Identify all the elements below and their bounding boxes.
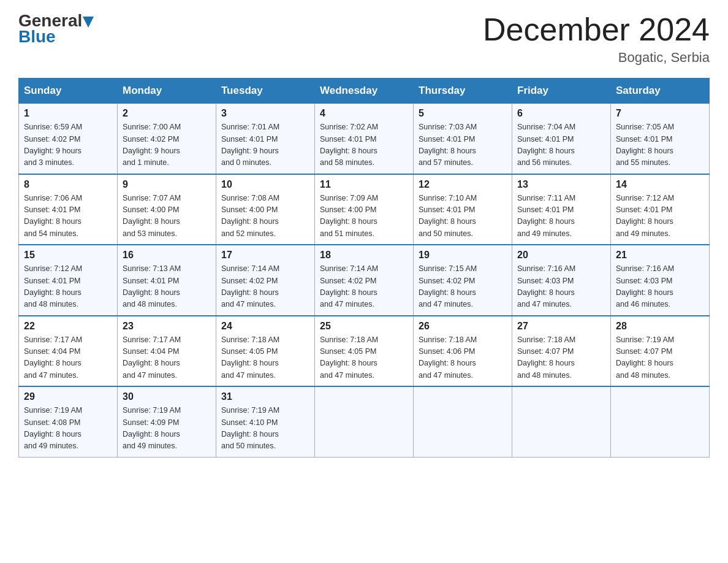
calendar-day-cell: 11 Sunrise: 7:09 AM Sunset: 4:00 PM Dayl… — [315, 174, 414, 245]
calendar-day-cell: 5 Sunrise: 7:03 AM Sunset: 4:01 PM Dayli… — [414, 104, 512, 174]
calendar-week-row: 1 Sunrise: 6:59 AM Sunset: 4:02 PM Dayli… — [19, 104, 710, 174]
calendar-day-cell: 29 Sunrise: 7:19 AM Sunset: 4:08 PM Dayl… — [19, 386, 118, 457]
day-info: Sunrise: 7:18 AM Sunset: 4:06 PM Dayligh… — [419, 334, 507, 382]
calendar-day-cell: 31 Sunrise: 7:19 AM Sunset: 4:10 PM Dayl… — [216, 386, 315, 457]
calendar-day-cell: 10 Sunrise: 7:08 AM Sunset: 4:00 PM Dayl… — [216, 174, 315, 245]
day-number: 13 — [517, 179, 605, 190]
day-info: Sunrise: 7:04 AM Sunset: 4:01 PM Dayligh… — [517, 121, 605, 169]
day-info: Sunrise: 7:18 AM Sunset: 4:05 PM Dayligh… — [320, 334, 408, 382]
day-number: 4 — [320, 108, 408, 119]
day-number: 8 — [24, 179, 112, 190]
day-info: Sunrise: 7:00 AM Sunset: 4:02 PM Dayligh… — [123, 121, 211, 169]
logo: General Blue — [18, 12, 94, 47]
day-number: 30 — [123, 391, 211, 402]
calendar-day-cell: 23 Sunrise: 7:17 AM Sunset: 4:04 PM Dayl… — [118, 316, 216, 387]
day-number: 27 — [517, 321, 605, 332]
day-number: 15 — [24, 250, 112, 261]
calendar-day-cell: 25 Sunrise: 7:18 AM Sunset: 4:05 PM Dayl… — [315, 316, 414, 387]
calendar-day-cell: 17 Sunrise: 7:14 AM Sunset: 4:02 PM Dayl… — [216, 245, 315, 316]
calendar-day-cell: 19 Sunrise: 7:15 AM Sunset: 4:02 PM Dayl… — [414, 245, 512, 316]
col-sunday: Sunday — [19, 79, 118, 104]
calendar-day-cell: 30 Sunrise: 7:19 AM Sunset: 4:09 PM Dayl… — [118, 386, 216, 457]
calendar-day-cell: 12 Sunrise: 7:10 AM Sunset: 4:01 PM Dayl… — [414, 174, 512, 245]
day-number: 22 — [24, 321, 112, 332]
calendar-day-cell — [512, 386, 611, 457]
calendar-day-cell: 16 Sunrise: 7:13 AM Sunset: 4:01 PM Dayl… — [118, 245, 216, 316]
col-thursday: Thursday — [414, 79, 512, 104]
day-info: Sunrise: 7:02 AM Sunset: 4:01 PM Dayligh… — [320, 121, 408, 169]
day-info: Sunrise: 7:11 AM Sunset: 4:01 PM Dayligh… — [517, 193, 605, 240]
day-number: 16 — [123, 250, 211, 261]
day-number: 17 — [221, 250, 309, 261]
calendar-day-cell: 22 Sunrise: 7:17 AM Sunset: 4:04 PM Dayl… — [19, 316, 118, 387]
logo-arrow-icon — [83, 17, 94, 28]
svg-marker-0 — [83, 17, 94, 28]
location: Bogatic, Serbia — [483, 50, 710, 66]
day-info: Sunrise: 7:01 AM Sunset: 4:01 PM Dayligh… — [221, 121, 309, 169]
day-info: Sunrise: 7:09 AM Sunset: 4:00 PM Dayligh… — [320, 193, 408, 240]
col-friday: Friday — [512, 79, 611, 104]
day-info: Sunrise: 7:16 AM Sunset: 4:03 PM Dayligh… — [616, 263, 704, 311]
day-info: Sunrise: 7:17 AM Sunset: 4:04 PM Dayligh… — [24, 334, 112, 382]
day-number: 5 — [419, 108, 507, 119]
day-info: Sunrise: 7:19 AM Sunset: 4:10 PM Dayligh… — [221, 405, 309, 453]
calendar-week-row: 8 Sunrise: 7:06 AM Sunset: 4:01 PM Dayli… — [19, 174, 710, 245]
day-number: 23 — [123, 321, 211, 332]
day-info: Sunrise: 7:18 AM Sunset: 4:05 PM Dayligh… — [221, 334, 309, 382]
day-number: 12 — [419, 179, 507, 190]
calendar-day-cell: 14 Sunrise: 7:12 AM Sunset: 4:01 PM Dayl… — [611, 174, 710, 245]
page-header: General Blue December 2024 Bogatic, Serb… — [18, 12, 710, 66]
day-number: 31 — [221, 391, 309, 402]
day-number: 7 — [616, 108, 704, 119]
day-number: 9 — [123, 179, 211, 190]
calendar-header-row: Sunday Monday Tuesday Wednesday Thursday… — [19, 79, 710, 104]
calendar-day-cell: 6 Sunrise: 7:04 AM Sunset: 4:01 PM Dayli… — [512, 104, 611, 174]
logo-blue: Blue — [18, 27, 56, 47]
calendar-week-row: 22 Sunrise: 7:17 AM Sunset: 4:04 PM Dayl… — [19, 316, 710, 387]
day-info: Sunrise: 7:06 AM Sunset: 4:01 PM Dayligh… — [24, 193, 112, 240]
day-info: Sunrise: 7:17 AM Sunset: 4:04 PM Dayligh… — [123, 334, 211, 382]
day-number: 21 — [616, 250, 704, 261]
day-number: 1 — [24, 108, 112, 119]
day-info: Sunrise: 7:12 AM Sunset: 4:01 PM Dayligh… — [616, 193, 704, 240]
day-info: Sunrise: 7:07 AM Sunset: 4:00 PM Dayligh… — [123, 193, 211, 240]
calendar-week-row: 15 Sunrise: 7:12 AM Sunset: 4:01 PM Dayl… — [19, 245, 710, 316]
day-number: 25 — [320, 321, 408, 332]
day-number: 18 — [320, 250, 408, 261]
day-info: Sunrise: 7:19 AM Sunset: 4:07 PM Dayligh… — [616, 334, 704, 382]
day-info: Sunrise: 7:19 AM Sunset: 4:09 PM Dayligh… — [123, 405, 211, 453]
col-wednesday: Wednesday — [315, 79, 414, 104]
day-info: Sunrise: 7:16 AM Sunset: 4:03 PM Dayligh… — [517, 263, 605, 311]
calendar-day-cell: 15 Sunrise: 7:12 AM Sunset: 4:01 PM Dayl… — [19, 245, 118, 316]
day-number: 14 — [616, 179, 704, 190]
calendar-day-cell: 2 Sunrise: 7:00 AM Sunset: 4:02 PM Dayli… — [118, 104, 216, 174]
calendar-day-cell: 26 Sunrise: 7:18 AM Sunset: 4:06 PM Dayl… — [414, 316, 512, 387]
day-info: Sunrise: 7:19 AM Sunset: 4:08 PM Dayligh… — [24, 405, 112, 453]
day-info: Sunrise: 7:05 AM Sunset: 4:01 PM Dayligh… — [616, 121, 704, 169]
calendar-day-cell: 8 Sunrise: 7:06 AM Sunset: 4:01 PM Dayli… — [19, 174, 118, 245]
day-info: Sunrise: 7:10 AM Sunset: 4:01 PM Dayligh… — [419, 193, 507, 240]
col-saturday: Saturday — [611, 79, 710, 104]
calendar-day-cell — [611, 386, 710, 457]
day-number: 6 — [517, 108, 605, 119]
title-block: December 2024 Bogatic, Serbia — [483, 12, 710, 66]
day-info: Sunrise: 7:03 AM Sunset: 4:01 PM Dayligh… — [419, 121, 507, 169]
calendar-day-cell: 28 Sunrise: 7:19 AM Sunset: 4:07 PM Dayl… — [611, 316, 710, 387]
day-number: 19 — [419, 250, 507, 261]
calendar-day-cell: 21 Sunrise: 7:16 AM Sunset: 4:03 PM Dayl… — [611, 245, 710, 316]
calendar-day-cell: 20 Sunrise: 7:16 AM Sunset: 4:03 PM Dayl… — [512, 245, 611, 316]
day-number: 28 — [616, 321, 704, 332]
calendar-day-cell: 9 Sunrise: 7:07 AM Sunset: 4:00 PM Dayli… — [118, 174, 216, 245]
month-title: December 2024 — [483, 12, 710, 47]
day-number: 24 — [221, 321, 309, 332]
day-info: Sunrise: 7:18 AM Sunset: 4:07 PM Dayligh… — [517, 334, 605, 382]
day-info: Sunrise: 7:14 AM Sunset: 4:02 PM Dayligh… — [320, 263, 408, 311]
day-info: Sunrise: 7:08 AM Sunset: 4:00 PM Dayligh… — [221, 193, 309, 240]
calendar-day-cell: 7 Sunrise: 7:05 AM Sunset: 4:01 PM Dayli… — [611, 104, 710, 174]
calendar-day-cell: 24 Sunrise: 7:18 AM Sunset: 4:05 PM Dayl… — [216, 316, 315, 387]
calendar-day-cell: 13 Sunrise: 7:11 AM Sunset: 4:01 PM Dayl… — [512, 174, 611, 245]
day-number: 11 — [320, 179, 408, 190]
day-number: 20 — [517, 250, 605, 261]
calendar-day-cell: 4 Sunrise: 7:02 AM Sunset: 4:01 PM Dayli… — [315, 104, 414, 174]
calendar-day-cell: 3 Sunrise: 7:01 AM Sunset: 4:01 PM Dayli… — [216, 104, 315, 174]
